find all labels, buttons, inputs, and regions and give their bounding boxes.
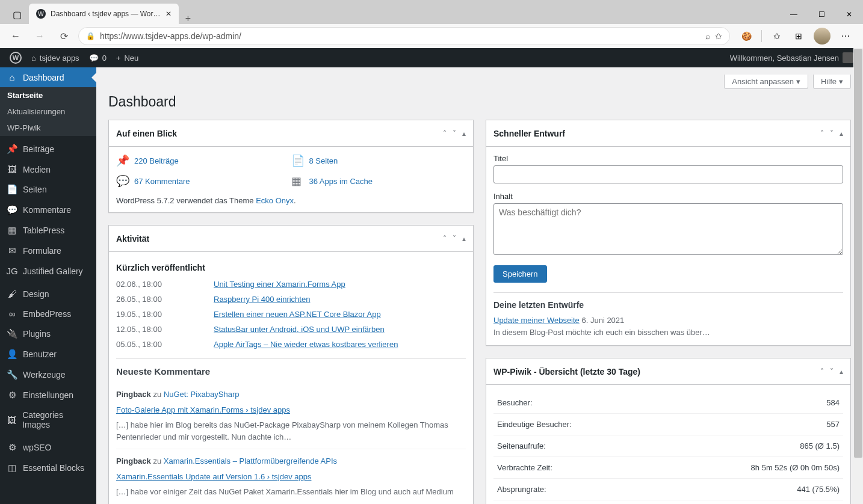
maximize-button[interactable]: ☐ [808,5,835,24]
quick-draft-widget: Schneller Entwurf ˄ ˅ ▴ Titel [486,120,851,346]
more-icon[interactable]: ⋯ [839,29,852,43]
stats-key: Seitenaufrufe: [493,435,654,457]
draft-content-input[interactable] [493,203,843,255]
stats-value: 8h 5m 52s (Ø 0h 0m 50s) [654,457,843,479]
url-bar[interactable]: 🔒 https://www.tsjdev-apps.de/wp-admin/ ⌕… [78,27,730,45]
sidebar-item-kommentare[interactable]: 💬Kommentare [0,200,96,220]
comment-on-link[interactable]: Xamarin.Essentials – Plattformübergreife… [164,456,337,466]
toggle-icon[interactable]: ▴ [840,367,843,376]
post-link[interactable]: Apple AirTags – Nie wieder etwas kostbar… [214,340,398,349]
activity-widget: Aktivität ˄ ˅ ▴ Kürzlich veröffentlicht … [108,225,474,504]
sidebar-item-formulare[interactable]: ✉Formulare [0,241,96,261]
chevron-down-icon: ▾ [796,77,800,86]
draft-link[interactable]: Update meiner Webseite [493,316,580,325]
admin-sidebar: ⌂DashboardStartseiteAktualisierungenWP-P… [0,67,96,504]
profile-avatar[interactable] [814,28,831,45]
sidebar-item-wpseo[interactable]: ⚙wpSEO [0,437,96,458]
site-link[interactable]: ⌂ tsjdev apps [26,48,84,67]
comment-icon: 💬 [116,174,128,188]
stats-key: Verbrachte Zeit: [493,457,654,479]
post-link[interactable]: Erstellen einer neuen ASP.NET Core Blazo… [214,310,381,319]
move-up-icon[interactable]: ˄ [820,129,824,138]
forward-button[interactable]: → [30,26,49,46]
key-icon[interactable]: ⌕ [705,31,710,41]
favorite-icon[interactable]: ✩ [715,31,722,41]
reload-button[interactable]: ⟳ [54,26,73,46]
activity-row: 05.05., 18:00Apple AirTags – Nie wieder … [116,340,466,349]
menu-icon: ∞ [6,309,18,319]
wp-logo[interactable]: W [5,48,26,67]
sidebar-item-categories-images[interactable]: 🖼Categories Images [0,405,96,434]
title-label: Titel [493,154,843,163]
sidebar-item-plugins[interactable]: 🔌Plugins [0,324,96,344]
wp-adminbar: W ⌂ tsjdev apps 💬 0 + Neu Willkommen, Se… [0,48,863,67]
menu-label: Dashboard [23,73,64,82]
save-button[interactable]: Speichern [493,265,547,283]
sidebar-subitem[interactable]: WP-Piwik [0,120,96,136]
cookie-icon[interactable]: 🍪 [740,29,753,43]
move-up-icon[interactable]: ˄ [820,367,824,376]
post-link[interactable]: Raspberry Pi 400 einrichten [214,295,310,304]
sidebar-item-embedpress[interactable]: ∞EmbedPress [0,304,96,324]
browser-tab[interactable]: W Dashboard ‹ tsjdev apps — Wor… ✕ [29,4,179,24]
theme-link[interactable]: Ecko Onyx [256,196,294,205]
comment-from-link[interactable]: Xamarin.Essentials Update auf Version 1.… [116,471,466,483]
screen-options-button[interactable]: Ansicht anpassen ▾ [724,75,808,89]
new-link[interactable]: + Neu [111,48,143,67]
toggle-icon[interactable]: ▴ [840,129,843,138]
widget-title: Aktivität [116,234,149,244]
draft-title-input[interactable] [493,165,843,183]
comments-link[interactable]: 67 Kommentare [134,177,190,186]
help-button[interactable]: Hilfe ▾ [813,75,851,89]
posts-link[interactable]: 220 Beiträge [134,156,179,165]
move-down-icon[interactable]: ˅ [830,367,834,376]
close-window-button[interactable]: ✕ [835,5,863,24]
user-menu[interactable]: Willkommen, Sebastian Jensen [725,48,858,67]
new-tab-button[interactable]: + [179,13,198,24]
move-down-icon[interactable]: ˅ [830,129,834,138]
collections-icon[interactable]: ⊞ [792,29,805,43]
comment-from-link[interactable]: Foto-Galerie App mit Xamarin.Forms › tsj… [116,404,466,416]
sidebar-item-einstellungen[interactable]: ⚙Einstellungen [0,385,96,405]
scrollbar-thumb[interactable] [854,49,862,458]
sidebar-item-dashboard[interactable]: ⌂Dashboard [0,67,96,87]
cache-icon: ▦ [291,174,303,188]
pages-link[interactable]: 8 Seiten [309,156,338,165]
sidebar-subitem[interactable]: Startseite [0,87,96,103]
sidebar-item-benutzer[interactable]: 👤Benutzer [0,344,96,364]
comment-on-link[interactable]: NuGet: PixabaySharp [164,390,240,399]
toggle-icon[interactable]: ▴ [462,129,466,138]
sidebar-item-beiträge[interactable]: 📌Beiträge [0,139,96,159]
stats-key: Absprungrate: [493,479,654,500]
back-button[interactable]: ← [6,26,25,46]
post-link[interactable]: StatusBar unter Android, iOS und UWP ein… [214,325,385,334]
move-down-icon[interactable]: ˅ [453,235,456,243]
apps-link[interactable]: 36 Apps im Cache [309,177,373,186]
user-avatar-icon [843,52,853,63]
comment-count: 0 [102,54,107,63]
comments-link[interactable]: 💬 0 [84,48,111,67]
sidebar-item-medien[interactable]: 🖼Medien [0,159,96,179]
draft-date: 6. Juni 2021 [581,316,624,325]
sidebar-item-werkzeuge[interactable]: 🔧Werkzeuge [0,364,96,385]
sidebar-item-justified-gallery[interactable]: JGJustified Gallery [0,261,96,281]
scrollbar[interactable] [853,48,863,504]
favorites-icon[interactable]: ✩ [770,29,784,43]
sidebar-item-design[interactable]: 🖌Design [0,284,96,304]
sidebar-item-tablepress[interactable]: ▦TablePress [0,220,96,241]
toggle-icon[interactable]: ▴ [462,235,466,243]
move-up-icon[interactable]: ˄ [443,129,447,138]
browser-chrome: ▢ W Dashboard ‹ tsjdev apps — Wor… ✕ + —… [0,0,863,48]
post-date: 02.06., 18:00 [116,280,206,289]
minimize-button[interactable]: — [780,5,808,24]
close-icon[interactable]: ✕ [165,10,172,18]
menu-label: Kommentare [23,205,71,215]
sidebar-item-essential-blocks[interactable]: ◫Essential Blocks [0,458,96,478]
menu-icon: 📌 [6,144,18,155]
move-down-icon[interactable]: ˅ [453,129,456,138]
tab-actions-icon[interactable]: ▢ [5,5,29,24]
move-up-icon[interactable]: ˄ [443,235,447,243]
sidebar-item-seiten[interactable]: 📄Seiten [0,179,96,200]
sidebar-subitem[interactable]: Aktualisierungen [0,103,96,120]
post-link[interactable]: Unit Testing einer Xamarin.Forms App [214,280,345,289]
